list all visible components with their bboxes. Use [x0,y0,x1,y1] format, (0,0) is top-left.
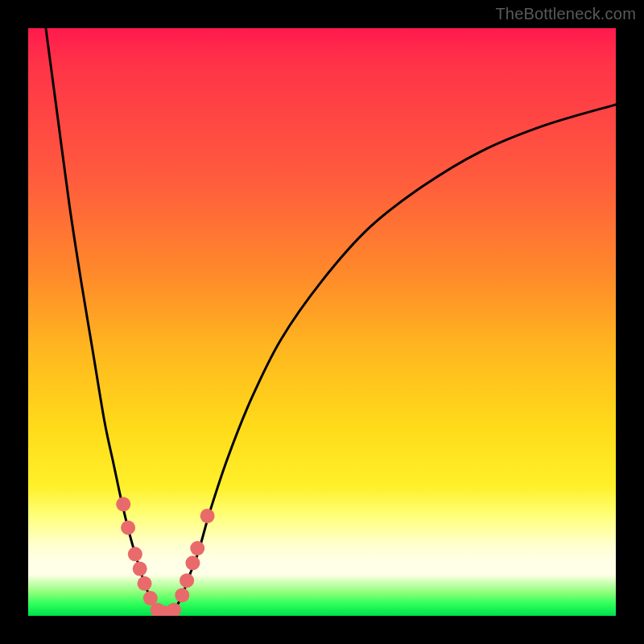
marker-layer [116,497,214,616]
data-marker [167,603,181,616]
data-marker [185,555,200,570]
data-marker [138,576,152,591]
chart-frame: TheBottleneck.com [0,0,644,644]
data-marker [116,497,130,511]
curve-right-branch [172,105,616,613]
data-marker [200,509,215,523]
watermark-label: TheBottleneck.com [495,5,636,23]
data-marker [133,562,147,576]
chart-svg [28,28,616,616]
chart-plot-area [28,28,616,616]
data-marker [128,547,142,561]
data-marker [180,573,194,588]
curve-left-branch [46,28,158,613]
data-marker [190,541,204,555]
data-marker [121,521,135,535]
data-marker [175,588,189,602]
